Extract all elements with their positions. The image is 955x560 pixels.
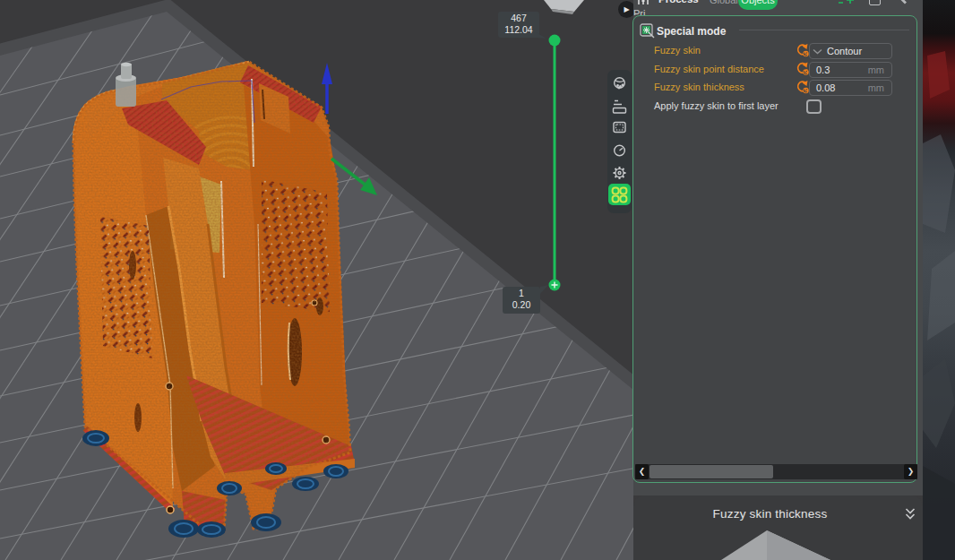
svg-text:0.20: 0.20	[512, 299, 531, 310]
svg-text:112.04: 112.04	[504, 24, 532, 35]
svg-text:467: 467	[511, 13, 527, 23]
svg-text:1: 1	[519, 288, 524, 298]
